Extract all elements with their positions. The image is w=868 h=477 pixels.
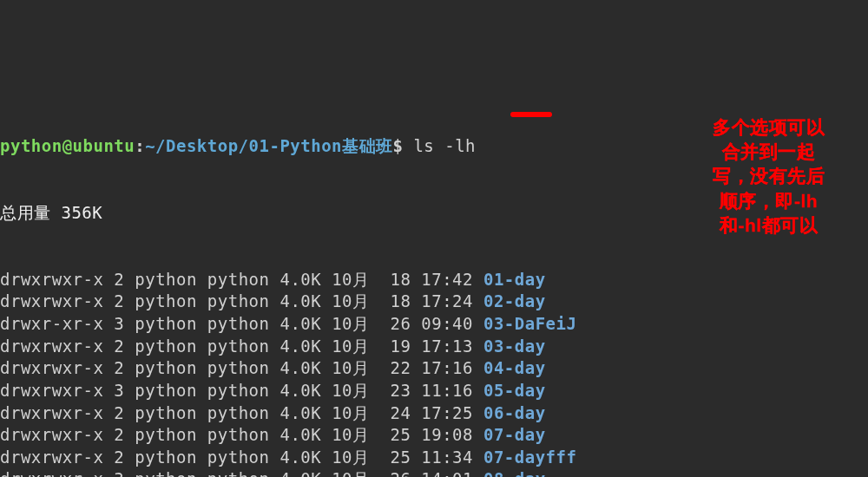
col-day: 25 xyxy=(380,424,411,447)
col-group: python xyxy=(207,380,270,402)
col-permissions: drwxrwxr-x xyxy=(0,380,103,402)
col-owner: python xyxy=(135,291,197,313)
col-size: 4.0K xyxy=(279,291,321,313)
prompt-dollar: $ xyxy=(393,136,404,155)
col-month: 10月 xyxy=(332,380,369,402)
file-row: drwxrwxr-x 2 python python 4.0K 10月 22 1… xyxy=(0,357,868,380)
col-size: 4.0K xyxy=(279,336,321,358)
col-size: 4.0K xyxy=(279,380,321,402)
col-month: 10月 xyxy=(332,402,369,425)
col-group: python xyxy=(207,424,270,447)
col-links: 3 xyxy=(114,313,124,336)
col-owner: python xyxy=(135,424,197,447)
col-owner: python xyxy=(135,269,197,291)
prompt-colon: : xyxy=(135,136,145,155)
prompt-path: ~/Desktop/01-Python基础班 xyxy=(145,136,392,155)
col-time: 17:25 xyxy=(421,402,473,425)
file-row: drwxr-xr-x 3 python python 4.0K 10月 26 0… xyxy=(0,313,868,336)
col-owner: python xyxy=(135,336,197,358)
col-time: 11:34 xyxy=(421,447,473,469)
col-time: 17:13 xyxy=(421,336,473,358)
col-day: 24 xyxy=(380,402,411,425)
col-owner: python xyxy=(135,447,197,469)
col-group: python xyxy=(207,357,270,380)
file-name: 03-day xyxy=(483,336,546,358)
file-row: drwxrwxr-x 2 python python 4.0K 10月 24 1… xyxy=(0,402,868,425)
col-links: 3 xyxy=(114,468,124,477)
col-time: 17:24 xyxy=(421,291,473,313)
file-name: 02-day xyxy=(483,291,546,313)
col-day: 22 xyxy=(380,357,411,380)
col-owner: python xyxy=(135,468,197,477)
col-permissions: drwxrwxr-x xyxy=(0,424,103,447)
col-links: 2 xyxy=(114,291,124,313)
file-name: 08-day xyxy=(483,468,546,477)
col-time: 19:08 xyxy=(421,424,473,447)
col-month: 10月 xyxy=(332,269,369,291)
col-size: 4.0K xyxy=(279,357,321,380)
col-time: 14:01 xyxy=(421,468,473,477)
col-time: 11:16 xyxy=(421,380,473,402)
col-month: 10月 xyxy=(332,424,369,447)
annotation-line: 写，没有先后 xyxy=(713,164,825,188)
col-month: 10月 xyxy=(332,447,369,469)
file-row: drwxrwxr-x 2 python python 4.0K 10月 18 1… xyxy=(0,291,868,313)
col-owner: python xyxy=(135,380,197,402)
annotation-line: 多个选项可以 xyxy=(713,115,825,140)
col-group: python xyxy=(207,313,270,336)
col-size: 4.0K xyxy=(279,313,321,336)
command-text: ls -lh xyxy=(413,136,476,155)
annotation-line: 合并到一起 xyxy=(713,140,825,164)
col-size: 4.0K xyxy=(279,269,321,291)
file-name: 07-day xyxy=(483,424,546,447)
col-group: python xyxy=(207,447,270,469)
file-row: drwxrwxr-x 3 python python 4.0K 10月 26 1… xyxy=(0,468,868,477)
col-time: 17:42 xyxy=(421,269,473,291)
col-day: 19 xyxy=(380,336,411,358)
col-day: 18 xyxy=(380,291,411,313)
file-name: 01-day xyxy=(483,269,546,291)
col-links: 2 xyxy=(114,269,124,291)
col-time: 09:40 xyxy=(421,313,473,336)
col-time: 17:16 xyxy=(421,357,473,380)
col-permissions: drwxrwxr-x xyxy=(0,447,103,469)
col-day: 26 xyxy=(380,313,411,336)
col-owner: python xyxy=(135,402,197,425)
file-name: 03-DaFeiJ xyxy=(483,313,576,336)
annotation-line: 顺序，即-lh xyxy=(713,189,825,213)
col-group: python xyxy=(207,402,270,425)
annotation-line: 和-hl都可以 xyxy=(713,213,825,238)
col-permissions: drwxrwxr-x xyxy=(0,291,103,313)
col-permissions: drwxrwxr-x xyxy=(0,357,103,380)
file-name: 07-dayfff xyxy=(483,447,576,469)
col-group: python xyxy=(207,269,270,291)
col-month: 10月 xyxy=(332,357,369,380)
file-row: drwxrwxr-x 3 python python 4.0K 10月 23 1… xyxy=(0,380,868,402)
col-size: 4.0K xyxy=(279,424,321,447)
col-links: 2 xyxy=(114,424,124,447)
file-listing: drwxrwxr-x 2 python python 4.0K 10月 18 1… xyxy=(0,269,868,477)
col-permissions: drwxr-xr-x xyxy=(0,313,103,336)
annotation-text: 多个选项可以 合并到一起 写，没有先后 顺序，即-lh 和-hl都可以 xyxy=(713,115,825,238)
col-permissions: drwxrwxr-x xyxy=(0,269,103,291)
file-name: 04-day xyxy=(483,357,546,380)
file-row: drwxrwxr-x 2 python python 4.0K 10月 18 1… xyxy=(0,269,868,291)
red-underline-annotation xyxy=(510,112,552,117)
file-row: drwxrwxr-x 2 python python 4.0K 10月 25 1… xyxy=(0,424,868,447)
col-size: 4.0K xyxy=(279,468,321,477)
col-day: 26 xyxy=(380,468,411,477)
file-row: drwxrwxr-x 2 python python 4.0K 10月 19 1… xyxy=(0,336,868,358)
col-links: 2 xyxy=(114,402,124,425)
col-group: python xyxy=(207,291,270,313)
terminal-window[interactable]: python@ubuntu:~/Desktop/01-Python基础班$ ls… xyxy=(0,91,868,477)
file-name: 05-day xyxy=(483,380,546,402)
col-day: 23 xyxy=(380,380,411,402)
col-day: 25 xyxy=(380,447,411,469)
col-month: 10月 xyxy=(332,336,369,358)
col-group: python xyxy=(207,468,270,477)
file-row: drwxrwxr-x 2 python python 4.0K 10月 25 1… xyxy=(0,447,868,469)
col-links: 2 xyxy=(114,336,124,358)
col-month: 10月 xyxy=(332,468,369,477)
col-links: 3 xyxy=(114,380,124,402)
col-links: 2 xyxy=(114,357,124,380)
